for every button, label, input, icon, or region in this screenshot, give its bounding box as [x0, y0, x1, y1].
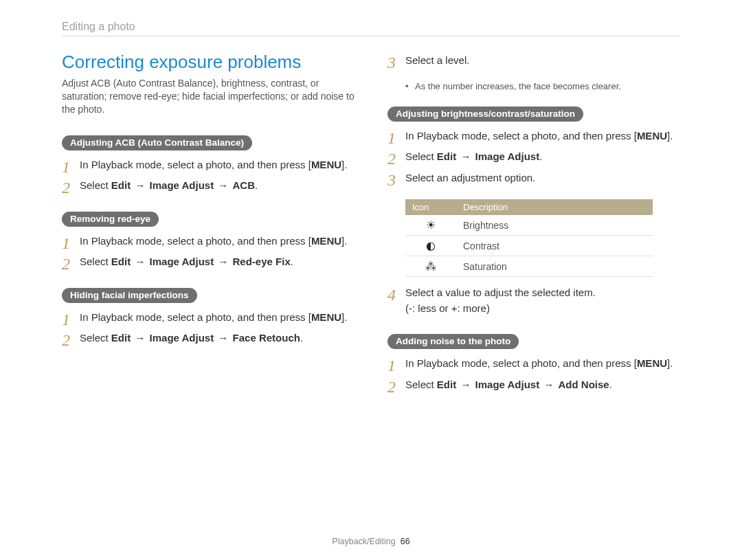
acb-step-2: 2 Select Edit → Image Adjust → ACB.	[62, 178, 355, 194]
step-subtext: (-: less or +: more)	[405, 302, 490, 314]
step-text: Select	[80, 256, 111, 267]
face-step-1: 1 In Playback mode, select a photo, and …	[62, 310, 355, 326]
period: .	[300, 332, 303, 344]
arrow-icon: →	[133, 256, 146, 267]
step-text: Select	[80, 179, 111, 191]
page-number: 66	[401, 537, 410, 546]
footer-section: Playback/Editing	[332, 537, 395, 546]
table-row: ◐ Contrast	[405, 236, 653, 256]
brightness-label: Brightness	[456, 215, 653, 236]
period: .	[539, 150, 542, 162]
path-add-noise: Add Noise	[559, 379, 609, 390]
step-text: Select a level.	[405, 54, 469, 66]
menu-key: [MENU]	[634, 130, 671, 142]
bcs-steps: 1 In Playback mode, select a photo, and …	[387, 128, 680, 186]
step-text: Select	[405, 150, 437, 162]
period: .	[291, 256, 293, 267]
bcs-steps-4: 4 Select a value to adjust the selected …	[387, 285, 680, 316]
section-redeye-title: Removing red-eye	[62, 212, 159, 227]
path-redeye-fix: Red-eye Fix	[233, 256, 291, 267]
path-edit: Edit	[437, 379, 456, 390]
step-text: Select	[405, 379, 437, 390]
table-header-row: Icon Description	[405, 199, 653, 215]
step-text: Select a value to adjust the selected it…	[405, 287, 596, 298]
breadcrumb: Editing a photo	[62, 21, 680, 36]
menu-key: [MENU]	[308, 235, 345, 247]
bcs-step-4: 4 Select a value to adjust the selected …	[387, 285, 680, 316]
step-text: In Playback mode, select a photo, and th…	[405, 357, 634, 369]
path-image-adjust: Image Adjust	[150, 256, 214, 267]
table-header-description: Description	[456, 199, 653, 215]
step-text: Select an adjustment option.	[405, 172, 535, 183]
intro-text: Adjust ACB (Auto Contrast Balance), brig…	[62, 77, 355, 116]
table-row: ☀ Brightness	[405, 215, 653, 236]
acb-steps: 1 In Playback mode, select a photo, and …	[62, 157, 355, 194]
content-columns: Correcting exposure problems Adjust ACB …	[62, 49, 680, 406]
arrow-icon: →	[216, 179, 229, 191]
face-step-3: 3 Select a level.	[387, 53, 680, 69]
path-edit: Edit	[437, 150, 456, 162]
path-face-retouch: Face Retouch	[233, 332, 300, 344]
table-header-icon: Icon	[405, 199, 456, 215]
bcs-step-3: 3 Select an adjustment option.	[387, 170, 680, 186]
step-number: 2	[62, 251, 70, 276]
step-number: 2	[62, 328, 70, 352]
step-text: In Playback mode, select a photo, and th…	[80, 311, 308, 323]
section-noise-title: Adding noise to the photo	[387, 334, 519, 349]
left-column: Correcting exposure problems Adjust ACB …	[62, 49, 355, 406]
face-steps: 1 In Playback mode, select a photo, and …	[62, 310, 355, 346]
path-image-adjust: Image Adjust	[475, 379, 540, 390]
contrast-icon: ◐	[405, 236, 456, 256]
path-edit: Edit	[111, 179, 131, 191]
path-image-adjust: Image Adjust	[150, 332, 214, 344]
noise-step-2: 2 Select Edit → Image Adjust → Add Noise…	[387, 377, 680, 393]
step-number: 4	[387, 282, 396, 307]
path-edit: Edit	[111, 256, 131, 267]
redeye-step-1: 1 In Playback mode, select a photo, and …	[62, 234, 355, 249]
noise-step-1: 1 In Playback mode, select a photo, and …	[387, 356, 680, 372]
step-text: In Playback mode, select a photo, and th…	[80, 159, 308, 170]
path-image-adjust: Image Adjust	[150, 179, 214, 191]
page-title: Correcting exposure problems	[62, 52, 355, 73]
arrow-icon: →	[216, 256, 229, 267]
step-text-tail: .	[670, 357, 673, 369]
saturation-icon: ⁂	[405, 256, 456, 277]
right-column: 3 Select a level. As the number increase…	[387, 49, 680, 406]
arrow-icon: →	[542, 379, 555, 390]
brightness-icon: ☀	[405, 215, 456, 236]
step-text-tail: .	[344, 159, 347, 170]
path-edit: Edit	[111, 332, 131, 344]
page-footer: Playback/Editing 66	[0, 537, 742, 546]
noise-steps: 1 In Playback mode, select a photo, and …	[387, 356, 680, 392]
arrow-icon: →	[133, 332, 146, 344]
redeye-step-2: 2 Select Edit → Image Adjust → Red-eye F…	[62, 254, 355, 270]
step-number: 3	[387, 50, 396, 75]
face-note: As the number increases, the face become…	[387, 81, 680, 91]
menu-key: [MENU]	[308, 159, 345, 170]
arrow-icon: →	[133, 179, 146, 191]
menu-key: [MENU]	[634, 357, 671, 369]
section-acb-title: Adjusting ACB (Auto Contrast Balance)	[62, 135, 252, 150]
face-step-2: 2 Select Edit → Image Adjust → Face Reto…	[62, 331, 355, 346]
arrow-icon: →	[216, 332, 229, 344]
step-text-tail: .	[344, 311, 347, 323]
bcs-step-2: 2 Select Edit → Image Adjust.	[387, 149, 680, 165]
step-number: 2	[387, 374, 396, 399]
face-steps-cont: 3 Select a level.	[387, 53, 680, 69]
acb-step-1: 1 In Playback mode, select a photo, and …	[62, 157, 355, 173]
step-text: In Playback mode, select a photo, and th…	[405, 130, 634, 142]
arrow-icon: →	[459, 379, 472, 390]
bcs-step-1: 1 In Playback mode, select a photo, and …	[387, 128, 680, 144]
period: .	[255, 179, 258, 191]
step-number: 3	[387, 168, 396, 192]
manual-page: Editing a photo Correcting exposure prob…	[0, 0, 742, 560]
step-text: Select	[80, 332, 111, 344]
path-acb: ACB	[233, 179, 256, 191]
step-number: 2	[62, 175, 70, 200]
step-text: In Playback mode, select a photo, and th…	[80, 235, 308, 247]
table-row: ⁂ Saturation	[405, 256, 653, 277]
redeye-steps: 1 In Playback mode, select a photo, and …	[62, 234, 355, 270]
arrow-icon: →	[459, 150, 472, 162]
step-text-tail: .	[344, 235, 347, 247]
adjust-options-table: Icon Description ☀ Brightness ◐ Contrast…	[405, 199, 653, 277]
